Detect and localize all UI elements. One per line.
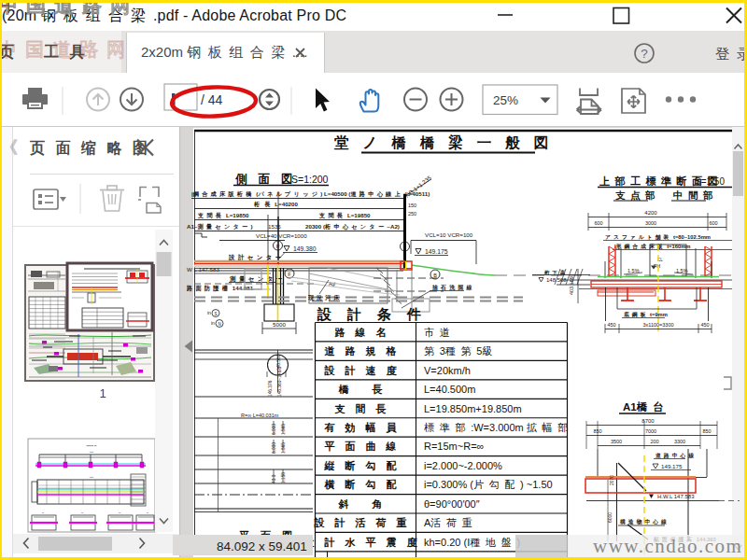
- svg-text:150: 150: [408, 203, 416, 208]
- svg-text:S=1:50: S=1:50: [695, 176, 725, 187]
- svg-text:横断勾配: 横断勾配: [324, 479, 407, 490]
- svg-text:θ=90°00′00″: θ=90°00′00″: [424, 498, 480, 510]
- svg-text:測量センター: 測量センター: [229, 275, 286, 283]
- svg-text:200: 200: [650, 439, 658, 444]
- svg-text:600: 600: [594, 220, 602, 226]
- svg-text:W L 147.583: W L 147.583: [187, 266, 219, 273]
- svg-text:N: N: [218, 322, 220, 327]
- svg-text:P: P: [276, 244, 280, 249]
- svg-text:アスファルト舗装 t=80~102.5mm: アスファルト舗装 t=80~102.5mm: [605, 234, 711, 241]
- svg-text:H.W.L 147.583: H.W.L 147.583: [657, 494, 695, 499]
- svg-text:4200: 4200: [644, 210, 657, 216]
- svg-text:600: 600: [709, 220, 717, 226]
- svg-text:450: 450: [700, 322, 709, 328]
- svg-text:桁下高: 桁下高: [543, 270, 568, 276]
- svg-text:S: S: [214, 312, 217, 316]
- svg-text:3x1100=3300: 3x1100=3300: [642, 322, 673, 328]
- svg-text:A1~測量センター): A1~測量センター): [187, 223, 252, 231]
- svg-text:B: B: [433, 273, 437, 278]
- svg-text:|鋼合成床版桁橋 (パネルブリッジ) L=40500 (道路: |鋼合成床版桁橋 (パネルブリッジ) L=40500 (道路中心線上:L=405…: [191, 190, 430, 198]
- svg-text:1535: 1535: [268, 223, 281, 230]
- svg-text:設計センター: 設計センター: [228, 254, 285, 261]
- svg-text:底鋼板 t=9mm: 底鋼板 t=9mm: [623, 311, 668, 318]
- svg-text:市道: 市道: [424, 327, 455, 338]
- svg-text:6.000: 6.000: [272, 424, 276, 435]
- svg-text:i=0.300% (片勾配) ~1.50: i=0.300% (片勾配) ~1.50: [424, 479, 553, 490]
- svg-text:斜 角: 斜 角: [337, 498, 392, 510]
- svg-text:/ 44: / 44: [201, 92, 223, 107]
- svg-text:kh=0.20 (I種地盤): kh=0.20 (I種地盤): [424, 537, 520, 548]
- svg-text:8700: 8700: [641, 418, 655, 424]
- svg-text:路面防護柵 144.981: 路面防護柵 144.981: [186, 285, 254, 292]
- svg-text:149.175: 149.175: [425, 248, 448, 255]
- svg-text:450: 450: [607, 322, 615, 328]
- svg-text:L=40.500m: L=40.500m: [424, 384, 475, 395]
- svg-text:I形鋼合成床版 t=160mm: I形鋼合成床版 t=160mm: [614, 243, 690, 250]
- svg-text:支点部: 支点部: [614, 189, 660, 202]
- svg-text:149.175: 149.175: [661, 463, 683, 469]
- svg-text:L=19.850m+19.850m: L=19.850m+19.850m: [424, 403, 522, 414]
- svg-text:Agl: Agl: [329, 281, 335, 287]
- svg-text:146.376: 146.376: [268, 380, 273, 397]
- svg-text:6.000: 6.000: [272, 442, 276, 454]
- svg-text:支間長: 支間長: [334, 403, 397, 414]
- svg-text:R=∞ L=40.031m: R=∞ L=40.031m: [241, 413, 279, 418]
- svg-text:148.360~148.5: 148.360~148.5: [277, 367, 282, 397]
- svg-text:S=1:200: S=1:200: [291, 174, 329, 185]
- svg-text:有効幅員: 有効幅員: [324, 422, 407, 434]
- svg-text:149.380: 149.380: [293, 245, 317, 252]
- svg-text:40.0: 40.0: [272, 474, 276, 483]
- svg-text:3300: 3300: [674, 439, 685, 444]
- svg-text:3500: 3500: [611, 439, 622, 444]
- svg-text:2: 2: [403, 245, 406, 250]
- svg-text:支間長 L=19850: 支間長 L=19850: [318, 212, 371, 219]
- svg-text:VCL=40 VCR=1000: VCL=40 VCR=1000: [256, 232, 307, 239]
- svg-text:設計速度: 設計速度: [324, 365, 407, 376]
- svg-text:3000: 3000: [645, 220, 656, 226]
- svg-text:?: ?: [641, 47, 648, 61]
- svg-text:▪▪: ▪▪: [42, 511, 44, 514]
- svg-text:中間部: 中間部: [673, 189, 718, 201]
- svg-text:250: 250: [408, 211, 416, 217]
- svg-text:▪▪▪▪: ▪▪▪▪: [90, 475, 93, 479]
- svg-text:R=15m~R=∞: R=15m~R=∞: [424, 441, 484, 452]
- svg-text:148.508: 148.508: [546, 277, 567, 283]
- svg-text:▪▪: ▪▪: [81, 511, 83, 514]
- svg-text:25%: 25%: [493, 93, 518, 107]
- svg-text:84.092 x 59.401: 84.092 x 59.401: [217, 539, 307, 553]
- svg-text:▪▪: ▪▪: [119, 511, 120, 514]
- svg-text:▪▪▪▪: ▪▪▪▪: [90, 450, 93, 454]
- svg-text:1.565: 1.565: [281, 442, 286, 454]
- svg-text:路線名: 路線名: [334, 327, 397, 338]
- svg-text:道路規格: 道路規格: [324, 345, 407, 357]
- svg-text:2070: 2070: [609, 475, 614, 485]
- svg-text:1.565: 1.565: [281, 424, 286, 435]
- svg-text:7000: 7000: [645, 428, 656, 434]
- svg-text:A活荷重: A活荷重: [424, 517, 478, 528]
- svg-text:構造物中心線: 構造物中心線: [619, 518, 669, 525]
- svg-text:1.5%: 1.5%: [627, 268, 640, 273]
- svg-text:第3種第5級: 第3種第5級: [424, 345, 498, 357]
- svg-text:▪▪▪▪▪▪ ▪▪: ▪▪▪▪▪▪ ▪▪: [87, 444, 97, 448]
- svg-text:縦断勾配: 縦断勾配: [324, 460, 407, 471]
- svg-text:桁 長 L=40200: 桁 長 L=40200: [253, 201, 298, 208]
- svg-text:i=2.000~-2.000%: i=2.000~-2.000%: [424, 460, 502, 471]
- svg-text:V=20km/h: V=20km/h: [424, 365, 471, 376]
- svg-text:20300 (桁中心センター~A2): 20300 (桁中心センター~A2): [305, 223, 400, 231]
- svg-text:橋 長: 橋 長: [337, 384, 392, 395]
- svg-text:www.cndao.com: www.cndao.com: [593, 535, 742, 557]
- svg-text:設計水平震度: 設計水平震度: [303, 537, 428, 548]
- svg-text:堂ノ橋橋梁一般図: 堂ノ橋橋梁一般図: [334, 133, 562, 150]
- svg-text:捨石洗掘線: 捨石洗掘線: [431, 284, 475, 291]
- svg-text:▪▪: ▪▪: [147, 511, 148, 514]
- svg-text:403.169: 403.169: [569, 276, 574, 295]
- svg-text:1: 1: [99, 386, 106, 400]
- svg-text:平面曲線: 平面曲線: [325, 441, 407, 452]
- svg-text:A1橋台: A1橋台: [623, 400, 669, 413]
- svg-text:5000: 5000: [273, 321, 286, 328]
- svg-text:標準部:W=3.000m 拡幅部: 標準部:W=3.000m 拡幅部: [424, 422, 573, 433]
- svg-text:設計活荷重: 設計活荷重: [314, 517, 417, 528]
- svg-text:VCL=10 VCR=100: VCL=10 VCR=100: [425, 231, 473, 238]
- svg-text:現況河床: 現況河床: [307, 294, 342, 301]
- svg-text:1.158: 1.158: [281, 472, 286, 483]
